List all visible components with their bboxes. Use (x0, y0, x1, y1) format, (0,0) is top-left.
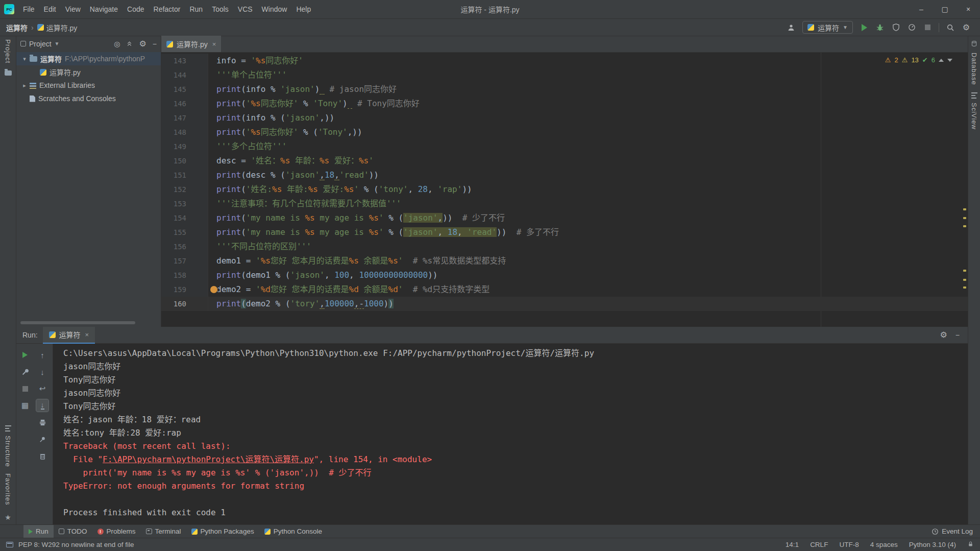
scrollbar-mark[interactable] (963, 225, 966, 227)
close-button[interactable]: × (957, 0, 980, 18)
line-number[interactable]: 145 (161, 82, 208, 97)
code-line[interactable]: 143info = '%s同志你好' (161, 54, 968, 68)
tree-item[interactable]: ▾运算符F:\APP\pycharm\pythonP (16, 52, 161, 65)
hide-panel-icon[interactable]: − (153, 40, 157, 48)
line-number[interactable]: 154 (161, 211, 208, 225)
run-configuration-select[interactable]: 运算符 ▼ (802, 21, 853, 34)
scrollbar-mark[interactable] (963, 217, 966, 219)
sciview-icon[interactable] (971, 92, 977, 99)
code-line[interactable]: 149'''多个占位符''' (161, 139, 968, 154)
scrollbar-mark[interactable] (963, 286, 966, 289)
menu-window[interactable]: Window (257, 0, 292, 18)
toolwindow-terminal[interactable]: Terminal (141, 525, 186, 538)
inspections-widget[interactable]: ⚠ 2 ⚠ 13 ✔ 6 (883, 55, 954, 65)
caret-position[interactable]: 14:1 (786, 541, 799, 548)
line-number[interactable]: 153 (161, 197, 208, 211)
toolwindow-python-packages[interactable]: Python Packages (186, 525, 259, 538)
soft-wrap-icon[interactable]: ↩ (36, 382, 48, 395)
hide-run-panel-icon[interactable]: − (955, 331, 960, 339)
wrench-icon[interactable] (19, 366, 31, 378)
menu-view[interactable]: View (61, 0, 85, 18)
settings-gear-icon[interactable]: ⚙ (962, 23, 971, 32)
next-problem-icon[interactable] (947, 59, 952, 62)
editor-tab[interactable]: 运算符.py × (161, 36, 221, 52)
scrollbar-mark[interactable] (963, 208, 966, 210)
toolwindow-switcher-icon[interactable] (6, 542, 13, 547)
stripe-sciview-button[interactable]: SciView (970, 103, 978, 130)
line-number[interactable]: 152 (161, 182, 208, 197)
run-tab[interactable]: 运算符 × (43, 327, 95, 344)
project-view-select[interactable]: Project ▼ (20, 40, 59, 48)
file-encoding[interactable]: UTF-8 (839, 541, 859, 548)
code-line[interactable]: 154print('my name is %s my age is %s' % … (161, 211, 968, 225)
code-line[interactable]: 155print('my name is %s my age is %s' % … (161, 225, 968, 239)
code-line[interactable]: 151print(desc % ('jason',18,'read')) (161, 168, 968, 182)
coverage-button[interactable] (891, 23, 900, 32)
line-separator[interactable]: CRLF (810, 541, 828, 548)
pin-icon[interactable] (36, 433, 48, 445)
code-line[interactable]: 160print(demo2 % ('tory',100000,-1000)) (161, 297, 968, 311)
up-stack-trace-icon[interactable]: ↑ (36, 349, 48, 361)
toolwindow-event-log[interactable]: Event Log (942, 528, 973, 535)
line-number[interactable]: 156 (161, 239, 208, 254)
intention-bulb-icon[interactable] (210, 286, 217, 293)
stop-button[interactable] (923, 23, 932, 32)
console-output[interactable]: C:\Users\asus\AppData\Local\Programs\Pyt… (53, 344, 968, 524)
tab-close-icon[interactable]: × (212, 40, 216, 48)
line-number[interactable]: 149 (161, 139, 208, 154)
debug-button[interactable] (875, 23, 885, 32)
previous-problem-icon[interactable] (939, 59, 944, 62)
indent-setting[interactable]: 4 spaces (870, 541, 898, 548)
menu-refactor[interactable]: Refactor (149, 0, 185, 18)
code-line[interactable]: 144'''单个占位符''' (161, 68, 968, 82)
scroll-to-end-icon[interactable]: ↓ (36, 399, 48, 412)
project-settings-gear-icon[interactable]: ⚙ (139, 40, 146, 48)
tree-chevron-icon[interactable]: ▾ (20, 56, 29, 62)
code-line[interactable]: 158print(demo1 % ('jason', 100, 10000000… (161, 268, 968, 282)
code-line[interactable]: 153'''注意事项：有几个占位符就需要几个数据值''' (161, 197, 968, 211)
menu-navigate[interactable]: Navigate (85, 0, 122, 18)
code-line[interactable]: 159demo2 = '%d您好 您本月的话费是%d 余额是%d' # %d只支… (161, 282, 968, 297)
menu-file[interactable]: File (18, 0, 39, 18)
tab-close-icon[interactable]: × (85, 331, 89, 339)
horizontal-scrollbar[interactable] (20, 321, 135, 324)
profiler-button[interactable] (907, 23, 916, 32)
run-button[interactable] (860, 23, 869, 32)
traceback-file-link[interactable]: F:\APP\pycharm\pythonProject\运算符\运算符.py (103, 454, 314, 464)
toolwindow-todo[interactable]: TODO (54, 525, 92, 538)
line-number[interactable]: 150 (161, 154, 208, 168)
tree-chevron-icon[interactable]: ▸ (20, 82, 29, 89)
search-everywhere-icon[interactable] (946, 23, 955, 32)
stop-button[interactable] (19, 382, 31, 395)
toolwindow-run[interactable]: Run (23, 525, 54, 538)
collapse-all-icon[interactable] (126, 40, 133, 48)
clear-all-trash-icon[interactable] (36, 450, 48, 462)
locate-file-icon[interactable]: ◎ (114, 40, 120, 48)
line-number[interactable]: 144 (161, 68, 208, 82)
stripe-structure-button[interactable]: Structure (4, 436, 12, 467)
status-message[interactable]: PEP 8: W292 no newline at end of file (18, 541, 134, 548)
toolwindow-problems[interactable]: Problems (92, 525, 141, 538)
user-account-icon[interactable] (787, 23, 796, 32)
code-line[interactable]: 156'''不同占位符的区别''' (161, 239, 968, 254)
line-number[interactable]: 160 (161, 297, 208, 311)
code-editor[interactable]: 143info = '%s同志你好'144'''单个占位符'''145print… (161, 53, 968, 327)
code-line[interactable]: 152print('姓名:%s 年龄:%s 爱好:%s' % ('tony', … (161, 182, 968, 197)
database-icon[interactable] (971, 40, 977, 49)
print-icon[interactable] (36, 416, 48, 428)
line-number[interactable]: 155 (161, 225, 208, 239)
toolwindow-python-console[interactable]: Python Console (259, 525, 327, 538)
scrollbar-mark[interactable] (963, 279, 966, 281)
stripe-favorites-button[interactable]: Favorites (4, 473, 12, 505)
scrollbar-mark[interactable] (963, 270, 966, 272)
code-line[interactable]: 148print('%s同志你好' % ('Tony',)) (161, 125, 968, 139)
line-number[interactable]: 147 (161, 111, 208, 125)
tree-item[interactable]: ▸External Libraries (16, 79, 161, 92)
stripe-database-button[interactable]: Database (970, 53, 978, 85)
menu-code[interactable]: Code (122, 0, 149, 18)
code-line[interactable]: 145print(info % 'jason') # jason同志你好 (161, 82, 968, 97)
breadcrumb-file[interactable]: 运算符.py (37, 22, 78, 33)
code-line[interactable]: 147print(info % ('jason',)) (161, 111, 968, 125)
menu-vcs[interactable]: VCS (233, 0, 257, 18)
menu-help[interactable]: Help (291, 0, 315, 18)
